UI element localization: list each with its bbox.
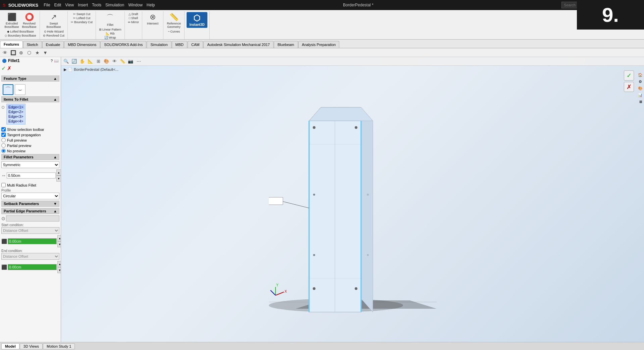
linear-pattern-button[interactable]: ⊞ Linear Pattern [98, 28, 122, 32]
lofted-cut-button[interactable]: ✂ Lofted Cut [72, 16, 92, 20]
multi-radius-check[interactable] [1, 183, 6, 187]
help-book-icon[interactable]: 📖 [54, 59, 59, 63]
radius-input[interactable] [7, 172, 56, 179]
edge-3-item[interactable]: Edge<3> [7, 114, 24, 119]
tab-mbd-dimensions[interactable]: MBD Dimensions [64, 41, 100, 48]
radius-down-button[interactable]: ▼ [56, 176, 61, 182]
tab-autodesk[interactable]: Autodesk Simulation Mechanical 2017 [203, 41, 274, 48]
end-value-input[interactable] [8, 264, 57, 270]
tab-mbd[interactable]: MBD [172, 41, 187, 48]
revolved-cut-button[interactable]: ⊖ Revolved Cut [42, 34, 65, 38]
menu-tools[interactable]: Tools [92, 3, 101, 7]
vp-rotate-button[interactable]: 🔄 [70, 58, 78, 65]
tab-analysis[interactable]: Analysis Preparation [298, 41, 340, 48]
start-value-input[interactable] [8, 238, 57, 244]
show-selection-toolbar-check[interactable] [1, 127, 6, 132]
vp-normal-button[interactable]: 📐 [87, 58, 94, 65]
draft-button[interactable]: △ Draft [128, 12, 139, 16]
viewport[interactable]: 🔍 🔄 ✋ 📐 ⊞ 🎨 👁 📏 📷 ⋯ ▶ 📄 BorderPedestal (… [61, 57, 644, 342]
vp-hide-button[interactable]: 👁 [111, 58, 118, 65]
tab-cam[interactable]: CAM [188, 41, 203, 48]
reference-geometry-button[interactable]: 📏 Reference Geometry [165, 12, 182, 30]
vp-section-button[interactable]: ⊞ [95, 58, 102, 65]
constant-radius-button[interactable]: ⌒ [3, 84, 13, 95]
curves-button[interactable]: ~ Curves [167, 30, 181, 34]
end-condition-select[interactable]: Distance Offset [1, 253, 59, 260]
profile-select[interactable]: Circular [1, 193, 59, 199]
fillet-button[interactable]: ⌒ Fillet [102, 12, 118, 28]
menu-window[interactable]: Window [128, 3, 143, 7]
display-style-button[interactable]: ⬡ [26, 49, 33, 56]
end-value-up[interactable]: ▲ [57, 261, 61, 267]
menu-file[interactable]: File [44, 3, 50, 7]
tab-sketch[interactable]: Sketch [23, 41, 42, 48]
tangent-propagation-check[interactable] [1, 133, 6, 137]
wrap-button[interactable]: 🔄 Wrap [103, 36, 117, 40]
lofted-boss-button[interactable]: ◆ Lofted Boss/Base [6, 30, 35, 34]
start-value-up[interactable]: ▲ [57, 235, 61, 241]
rs-monitor-button[interactable]: 🖥 [637, 99, 643, 105]
rs-data-button[interactable]: 📊 [637, 92, 643, 98]
boundary-cut-button[interactable]: ✂ Boundary Cut [70, 20, 94, 24]
model-tab-motion[interactable]: Motion Study 1 [43, 343, 75, 349]
mirror-button[interactable]: ⇔ Mirror [127, 20, 140, 24]
intersect-button[interactable]: ⊗ Intersect [144, 12, 161, 26]
shell-button[interactable]: □ Shell [128, 16, 139, 20]
partial-edge-input[interactable] [6, 215, 59, 221]
edge-1-item[interactable]: Edge<1> [7, 105, 24, 109]
hide-show-button[interactable]: 👁 [1, 49, 9, 56]
edge-2-item[interactable]: Edge<2> [7, 109, 24, 114]
tab-simulation[interactable]: Simulation [147, 41, 171, 48]
fillet-params-header[interactable]: Fillet Parameters ▲ [1, 154, 59, 160]
full-preview-radio[interactable] [1, 138, 6, 142]
tab-addins[interactable]: SOLIDWORKS Add-Ins [100, 41, 146, 48]
vp-measure-button[interactable]: 📏 [119, 58, 126, 65]
rs-settings-button[interactable]: ⚙ [637, 79, 643, 85]
end-value-down[interactable]: ▼ [57, 267, 61, 273]
model-tab-model[interactable]: Model [1, 343, 19, 349]
scene-button[interactable]: ▼ [42, 49, 49, 56]
menu-help[interactable]: Help [147, 3, 155, 7]
help-question-icon[interactable]: ? [51, 59, 53, 63]
vp-display-button[interactable]: 🎨 [103, 58, 110, 65]
start-condition-select[interactable]: Distance Offset [1, 227, 59, 234]
vp-zoom-button[interactable]: 🔍 [62, 58, 70, 65]
rs-home-button[interactable]: 🏠 [637, 72, 643, 78]
menu-simulation[interactable]: Simulation [105, 3, 124, 7]
partial-edge-header[interactable]: Partial Edge Parameters ▲ [1, 208, 59, 214]
instant3d-button[interactable]: ⬡ Instant3D [187, 12, 207, 28]
rib-button[interactable]: 📐 Rib [105, 32, 116, 36]
viewport-accept-button[interactable]: ✓ [624, 70, 634, 81]
menu-view[interactable]: View [65, 3, 74, 7]
no-preview-radio[interactable] [1, 149, 6, 153]
variable-radius-button[interactable]: ⌣ [15, 84, 26, 95]
tab-evaluate[interactable]: Evaluate [42, 41, 64, 48]
ok-button[interactable]: ✓ [1, 65, 6, 71]
cancel-button[interactable]: ✗ [7, 65, 11, 71]
vp-pan-button[interactable]: ✋ [79, 58, 86, 65]
rs-palette-button[interactable]: 🎨 [637, 85, 643, 91]
start-value-down[interactable]: ▼ [57, 241, 61, 247]
vp-more-button[interactable]: ⋯ [135, 58, 142, 65]
tab-bluebeam[interactable]: Bluebeam [274, 41, 298, 48]
swept-cut-button[interactable]: ✂ Swept Cut [72, 12, 92, 16]
items-list[interactable]: Edge<1> Edge<2> Edge<3> Edge<4> [6, 104, 26, 124]
vp-camera-button[interactable]: 📷 [127, 58, 134, 65]
radius-up-button[interactable]: ▲ [56, 169, 61, 176]
appearance-button[interactable]: ★ [34, 49, 41, 56]
setback-params-header[interactable]: Setback Parameters ▼ [1, 201, 59, 207]
revolved-boss-button[interactable]: ⭕ Revolved Boss/Base [21, 12, 38, 30]
menu-insert[interactable]: Insert [78, 3, 88, 7]
extruded-boss-button[interactable]: ⬛ Extruded Boss/Base [3, 12, 20, 30]
section-view-button[interactable]: ⊕ [17, 49, 25, 56]
items-to-fillet-header[interactable]: Items To Fillet ▲ [1, 96, 59, 102]
view-orient-button[interactable]: 🔲 [9, 49, 17, 56]
boundary-boss-button[interactable]: ◇ Boundary Boss/Base [4, 34, 37, 38]
edge-4-item[interactable]: Edge<4> [7, 119, 24, 123]
partial-preview-radio[interactable] [1, 143, 6, 148]
swept-boss-button[interactable]: ↗ Swept Boss/Base [42, 12, 65, 30]
feature-type-header[interactable]: Feature Type ▲ [1, 76, 59, 82]
fillet-type-select[interactable]: Symmetric [1, 161, 59, 168]
menu-edit[interactable]: Edit [54, 3, 61, 7]
hole-wizard-button[interactable]: ⊙ Hole Wizard [43, 30, 65, 34]
